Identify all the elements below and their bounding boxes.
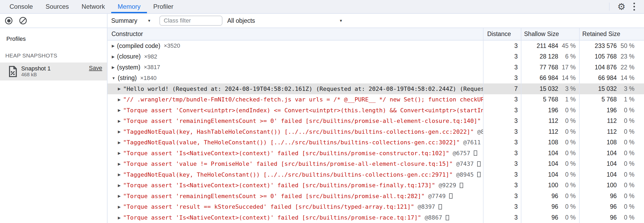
grid-row-string[interactable]: ▶"Torque assert 'remainingElementsCount … [108, 116, 644, 127]
grid-row-constructor[interactable]: ▶(compiled code)×35203211 48445 %233 576… [108, 41, 644, 51]
shallow-size-value: 96 [521, 193, 558, 200]
constructor-cell: ▼(string)×1840 [108, 74, 483, 82]
grid-row-string[interactable]: ▶"TaggedNotEqual(key, HashTableHoleConst… [108, 126, 644, 137]
retained-size-value: 104 876 [579, 64, 617, 71]
shallow-size-cell: 1000 % [521, 182, 579, 189]
grid-row-string[interactable]: ▶"TaggedNotEqual(value, TheHoleConstant(… [108, 137, 644, 148]
retained-size-cell: 1120 % [579, 117, 644, 124]
retained-size-cell: 5 7681 % [579, 96, 644, 103]
shallow-size-percent: 0 % [558, 160, 579, 167]
expand-triangle-icon[interactable]: ▶ [118, 87, 121, 91]
tabbar-actions: ⚙ [605, 0, 644, 13]
string-value: "Torque assert 'Is<NativeContext>(contex… [123, 182, 435, 189]
grid-body: ▶(compiled code)×35203211 48445 %233 576… [108, 41, 644, 223]
expand-triangle-icon[interactable]: ▶ [118, 162, 121, 166]
retained-size-percent: 0 % [617, 171, 644, 178]
expand-triangle-icon[interactable]: ▶ [112, 65, 115, 69]
more-options-kebab-icon[interactable] [629, 3, 639, 11]
grid-row-string[interactable]: ▶"TaggedNotEqual(key, TheHoleConstant())… [108, 169, 644, 180]
tab-network[interactable]: Network [75, 0, 111, 13]
column-header-shallow-size[interactable]: Shallow Size [521, 30, 579, 38]
shallow-size-percent: 6 % [558, 53, 579, 60]
expand-triangle-icon[interactable]: ▶ [118, 205, 121, 209]
retained-size-value: 233 576 [579, 42, 617, 50]
grid-row-string[interactable]: ▶"Torque assert 'remainingElementsCount … [108, 191, 644, 202]
settings-gear-icon[interactable]: ⚙ [614, 2, 629, 11]
missing-glyph-box [474, 150, 477, 156]
expand-triangle-icon[interactable]: ▶ [118, 119, 121, 123]
constructor-cell: ▶"// .wrangler/tmp/bundle-FmNIt0/checked… [108, 96, 483, 103]
tab-console[interactable]: Console [3, 0, 39, 13]
grid-row-constructor[interactable]: ▶(system)×3817377 76817 %104 87622 % [108, 62, 644, 73]
grid-row-string[interactable]: ▶"Torque assert 'result == kStoreSuccede… [108, 202, 644, 212]
grid-row-string[interactable]: ▶"Torque assert 'Convert<uintptr>(endInd… [108, 105, 644, 116]
clear-profiles-button[interactable] [19, 17, 27, 25]
grid-row-string[interactable]: ▶"Torque assert 'value != PromiseHole' f… [108, 159, 644, 170]
retained-size-cell: 1080 % [579, 139, 644, 146]
shallow-size-percent: 17 % [558, 64, 579, 71]
expand-triangle-icon[interactable]: ▶ [118, 183, 121, 188]
string-value: "Torque assert 'remainingElementsCount >… [123, 118, 481, 124]
tab-sources[interactable]: Sources [39, 0, 75, 13]
expand-triangle-icon[interactable]: ▶ [118, 130, 121, 134]
shallow-size-value: 112 [521, 117, 558, 124]
shallow-size-value: 211 484 [521, 42, 558, 50]
expand-triangle-icon[interactable]: ▶ [118, 172, 121, 177]
shallow-size-cell: 960 % [521, 203, 579, 210]
distance-value: 3 [483, 193, 521, 200]
instance-count: ×1840 [140, 75, 156, 82]
string-value: "TaggedNotEqual(key, HashTableHoleConsta… [123, 128, 474, 135]
constructor-name: (compiled code) [117, 42, 160, 50]
expand-triangle-icon[interactable]: ▶ [118, 97, 121, 102]
expand-triangle-icon[interactable]: ▶ [118, 108, 121, 112]
retained-size-cell: 1000 % [579, 182, 644, 189]
retained-size-value: 96 [579, 203, 617, 210]
expand-triangle-icon[interactable]: ▶ [118, 216, 121, 220]
grid-row-string[interactable]: ▶"Torque assert 'Is<NativeContext>(conte… [108, 212, 644, 223]
perspective-select[interactable]: Summary ▼ [111, 17, 151, 24]
save-snapshot-link[interactable]: Save [89, 65, 102, 72]
column-header-retained-size[interactable]: Retained Size [579, 30, 644, 38]
shallow-size-cell: 5 7681 % [521, 96, 579, 103]
retained-size-cell: 960 % [579, 203, 644, 210]
grid-row-constructor[interactable]: ▼(string)×1840366 98414 %66 98414 % [108, 73, 644, 84]
missing-glyph-box [449, 193, 453, 199]
expand-triangle-icon[interactable]: ▶ [112, 44, 115, 48]
grid-row-string[interactable]: ▶"Torque assert 'Is<NativeContext>(conte… [108, 180, 644, 191]
retained-size-percent: 23 % [617, 53, 644, 60]
column-header-constructor[interactable]: Constructor [108, 30, 483, 38]
snapshot-list-item[interactable]: Snapshot 1 468 kB Save [0, 63, 107, 81]
class-filter-input[interactable] [159, 16, 222, 26]
expand-triangle-icon[interactable]: ▶ [118, 194, 121, 198]
retained-size-cell: 66 98414 % [579, 74, 644, 82]
shallow-size-percent: 0 % [558, 203, 579, 210]
retained-size-percent: 0 % [617, 214, 644, 221]
collapse-triangle-icon[interactable]: ▼ [112, 76, 115, 80]
grid-row-string[interactable]: ▶"Hello world! (Requested at: 2024-08-19… [108, 83, 644, 94]
tabbar-tabs: ConsoleSourcesNetworkMemoryProfiler [0, 0, 180, 13]
expand-triangle-icon[interactable]: ▶ [112, 55, 115, 59]
profiles-sidebar: Profiles HEAP SNAPSHOTS Snapshot 1 468 k… [0, 28, 108, 223]
constructor-cell: ▶"Torque assert 'Is<NativeContext>(conte… [108, 214, 483, 221]
shallow-size-value: 100 [521, 182, 558, 189]
shallow-size-value: 77 768 [521, 64, 558, 71]
column-header-distance[interactable]: Distance [483, 30, 521, 38]
grid-row-string[interactable]: ▶"// .wrangler/tmp/bundle-FmNIt0/checked… [108, 94, 644, 105]
snapshot-info: Snapshot 1 468 kB [21, 65, 89, 78]
grid-controls: Summary ▼ All objects ▼ [108, 14, 644, 28]
grid-row-string[interactable]: ▶"Torque assert 'Is<NativeContext>(conte… [108, 148, 644, 159]
missing-glyph-box [446, 215, 449, 220]
constructor-cell: ▶"Torque assert 'remainingElementsCount … [108, 118, 483, 124]
record-heap-snapshot-button[interactable] [5, 17, 13, 25]
object-id: @7611 [463, 139, 481, 146]
object-scope-select[interactable]: All objects ▼ [227, 17, 343, 24]
shallow-size-cell: 66 98414 % [521, 74, 579, 82]
string-value: "TaggedNotEqual(value, TheHoleConstant()… [123, 139, 460, 146]
shallow-size-value: 96 [521, 214, 558, 221]
tab-profiler[interactable]: Profiler [147, 0, 180, 13]
expand-triangle-icon[interactable]: ▶ [118, 140, 121, 145]
expand-triangle-icon[interactable]: ▶ [118, 151, 121, 155]
shallow-size-percent: 0 % [558, 107, 579, 114]
grid-row-constructor[interactable]: ▶(closure)×982328 1286 %105 76823 % [108, 51, 644, 62]
tab-memory[interactable]: Memory [111, 0, 147, 13]
